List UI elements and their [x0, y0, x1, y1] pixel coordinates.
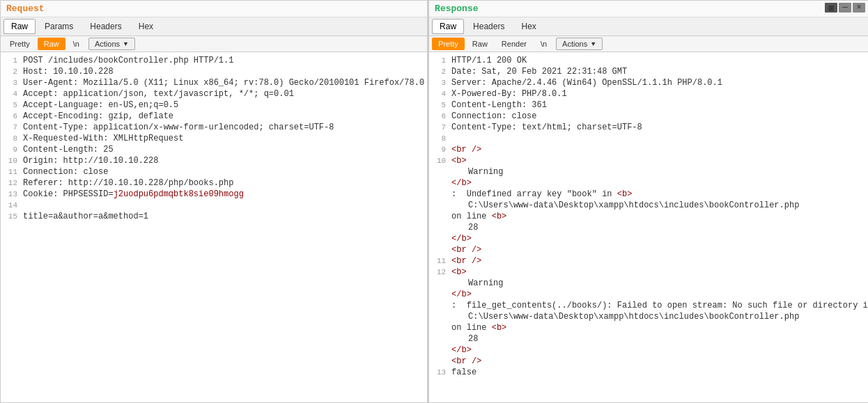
table-row: C:\Users\www-data\Desktop\xampp\htdocs\i… — [429, 311, 868, 322]
sub-tab-render-response[interactable]: Render — [495, 38, 533, 50]
table-row: : file_get_contents(../books/): Failed t… — [429, 300, 868, 311]
response-header: Response — [429, 1, 868, 17]
table-row: 6 Connection: close — [429, 111, 868, 122]
table-row: </b> — [429, 177, 868, 189]
table-row: <br /> — [429, 244, 868, 255]
table-row: 11 Connection: close — [1, 166, 427, 177]
sub-tab-n-response[interactable]: \n — [534, 38, 553, 50]
actions-button-response[interactable]: Actions ▼ — [556, 38, 603, 50]
table-row: 5 Content-Length: 361 — [429, 100, 868, 111]
response-panel: Response Raw Headers Hex Pretty Raw Rend… — [428, 0, 868, 403]
request-panel: Request Raw Params Headers Hex Pretty Ra… — [0, 0, 428, 403]
table-row: <br /> — [429, 356, 868, 367]
table-row: 8 — [429, 133, 868, 144]
tab-raw-request[interactable]: Raw — [3, 19, 36, 34]
request-code-area[interactable]: 1 POST /includes/bookController.php HTTP… — [1, 52, 427, 402]
tab-hex-request[interactable]: Hex — [131, 19, 161, 34]
tile-icon[interactable]: ▦ — [825, 3, 837, 13]
table-row: 2 Host: 10.10.10.228 — [1, 66, 427, 77]
sub-tab-raw-request[interactable]: Raw — [38, 38, 65, 50]
table-row: 12 <b> — [429, 267, 868, 278]
table-row: </b> — [429, 345, 868, 356]
table-row: 14 — [1, 200, 427, 211]
sub-tab-raw-response[interactable]: Raw — [466, 38, 494, 50]
table-row: on line <b> — [429, 211, 868, 222]
table-row: Warning — [429, 166, 868, 177]
request-header: Request — [1, 1, 427, 17]
table-row: 8 X-Requested-With: XMLHttpRequest — [1, 133, 427, 144]
tab-headers-response[interactable]: Headers — [465, 19, 512, 34]
table-row: Warning — [429, 278, 868, 289]
response-tab-bar: Raw Headers Hex — [429, 17, 868, 36]
chevron-down-icon: ▼ — [590, 40, 596, 47]
sub-tab-n-request[interactable]: \n — [67, 38, 86, 50]
table-row: 13 false — [429, 367, 868, 378]
tab-headers-request[interactable]: Headers — [82, 19, 129, 34]
request-tab-bar: Raw Params Headers Hex — [1, 17, 427, 36]
table-row: 12 Referer: http://10.10.10.228/php/book… — [1, 177, 427, 189]
table-row: 1 HTTP/1.1 200 OK — [429, 55, 868, 66]
table-row: 9 Content-Length: 25 — [1, 144, 427, 155]
table-row: 15 title=a&author=a&method=1 — [1, 211, 427, 222]
table-row: 3 User-Agent: Mozilla/5.0 (X11; Linux x8… — [1, 77, 427, 88]
table-row: 3 Server: Apache/2.4.46 (Win64) OpenSSL/… — [429, 77, 868, 88]
table-row: C:\Users\www-data\Desktop\xampp\htdocs\i… — [429, 200, 868, 211]
table-row: 7 Content-Type: application/x-www-form-u… — [1, 122, 427, 133]
table-row: 28 — [429, 222, 868, 233]
table-row: 4 Accept: application/json, text/javascr… — [1, 88, 427, 100]
table-row: 1 POST /includes/bookController.php HTTP… — [1, 55, 427, 66]
tab-raw-response[interactable]: Raw — [432, 19, 464, 34]
request-sub-tab-bar: Pretty Raw \n Actions ▼ — [1, 36, 427, 52]
table-row: 28 — [429, 333, 868, 345]
table-row: : Undefined array key "book" in <b> — [429, 189, 868, 200]
tab-params[interactable]: Params — [37, 19, 81, 34]
response-sub-tab-bar: Pretty Raw Render \n Actions ▼ — [429, 36, 868, 52]
table-row: on line <b> — [429, 322, 868, 333]
table-row: </b> — [429, 289, 868, 300]
response-code-area[interactable]: 1 HTTP/1.1 200 OK 2 Date: Sat, 20 Feb 20… — [429, 52, 868, 402]
table-row: 9 <br /> — [429, 144, 868, 155]
sub-tab-pretty-response[interactable]: Pretty — [432, 38, 465, 50]
minimize-icon[interactable]: ─ — [839, 3, 851, 13]
table-row: 4 X-Powered-By: PHP/8.0.1 — [429, 88, 868, 100]
table-row: 6 Accept-Encoding: gzip, deflate — [1, 111, 427, 122]
table-row: 10 <b> — [429, 155, 868, 166]
actions-button-request[interactable]: Actions ▼ — [88, 38, 135, 50]
table-row: 10 Origin: http://10.10.10.228 — [1, 155, 427, 166]
table-row: 13 Cookie: PHPSESSID=j2uodpu6pdmqbtk8sie… — [1, 189, 427, 200]
sub-tab-pretty-request[interactable]: Pretty — [3, 38, 36, 50]
table-row: 7 Content-Type: text/html; charset=UTF-8 — [429, 122, 868, 133]
tab-hex-response[interactable]: Hex — [513, 19, 543, 34]
chevron-down-icon: ▼ — [123, 40, 129, 47]
table-row: </b> — [429, 233, 868, 244]
table-row: 2 Date: Sat, 20 Feb 2021 22:31:48 GMT — [429, 66, 868, 77]
window-controls: ▦ ─ × — [825, 3, 865, 13]
close-icon[interactable]: × — [853, 3, 865, 13]
table-row: 11 <br /> — [429, 255, 868, 267]
table-row: 5 Accept-Language: en-US,en;q=0.5 — [1, 100, 427, 111]
